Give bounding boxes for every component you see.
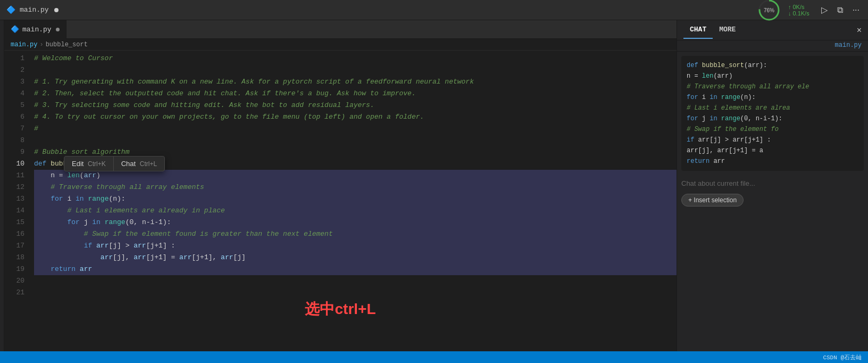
chat-shortcut: Ctrl+L <box>140 160 157 168</box>
edit-label: Edit <box>72 160 84 168</box>
tab-filename[interactable]: main.py <box>20 6 49 14</box>
panel-tab-more[interactable]: MORE <box>713 21 742 39</box>
chat-input-area: Chat about current file... + Insert sele… <box>681 177 864 207</box>
speed-up: ↑ 0K/s <box>788 4 809 10</box>
progress-label: 76% <box>764 7 774 13</box>
preview-line: if arr[j] > arr[j+1] : <box>687 135 858 145</box>
code-line: # 4. To try out cursor on your own proje… <box>34 111 677 123</box>
code-line: return arr <box>34 263 677 275</box>
title-bar-actions: 76% ↑ 0K/s ↓ 0.1K/s ▷ ⧉ ··· <box>757 0 862 22</box>
edit-popup-btn[interactable]: Edit Ctrl+K <box>64 156 113 171</box>
edit-shortcut: Ctrl+K <box>88 160 106 168</box>
breadcrumb-section: bubble_sort <box>46 41 88 48</box>
speed-panel: ↑ 0K/s ↓ 0.1K/s <box>788 4 809 16</box>
preview-line: def bubble_sort(arr): <box>687 60 858 71</box>
code-line: for i in range(n): <box>34 193 677 205</box>
tab-modified-dot <box>54 8 59 12</box>
code-line: arr[j], arr[j+1] = arr[j+1], arr[j] <box>34 252 677 263</box>
code-line <box>34 275 677 287</box>
title-bar: 🔷 main.py 76% ↑ 0K/s ↓ 0.1K/s ▷ ⧉ ··· <box>0 0 868 20</box>
code-line <box>34 287 677 299</box>
panel-tab-chat[interactable]: CHAT <box>683 21 713 39</box>
split-button[interactable]: ⧉ <box>835 4 845 16</box>
tab-modified-indicator <box>56 28 60 31</box>
editor-tab-main[interactable]: 🔷 main.py <box>4 20 66 39</box>
run-button[interactable]: ▷ <box>819 4 830 16</box>
preview-line: # Traverse through all array ele <box>687 81 858 92</box>
chat-placeholder[interactable]: Chat about current file... <box>681 177 864 189</box>
code-line: # 3. Try selecting some code and hitting… <box>34 100 677 111</box>
code-line: # 1. Try generating with command K on a … <box>34 76 677 88</box>
chat-popup-btn[interactable]: Chat Ctrl+L <box>114 156 164 171</box>
inline-popup: Edit Ctrl+K Chat Ctrl+L <box>64 156 165 171</box>
code-view: 123456789101112131415161718192021 # Welc… <box>4 51 677 351</box>
preview-line: # Last i elements are alrea <box>687 103 858 113</box>
close-right-panel-btn[interactable]: × <box>857 26 862 35</box>
chat-label: Chat <box>121 160 136 168</box>
speed-down: ↓ 0.1K/s <box>788 10 809 16</box>
code-preview: def bubble_sort(arr): n = len(arr) # Tra… <box>681 56 864 171</box>
main-content: 🔷 main.py main.py › bubble_sort 12345678… <box>0 20 868 351</box>
breadcrumb: main.py › bubble_sort <box>4 39 677 51</box>
editor-tabs: 🔷 main.py <box>4 20 677 39</box>
tab-file-icon: 🔷 <box>11 25 19 34</box>
more-button[interactable]: ··· <box>850 4 862 16</box>
preview-line: for j in range(0, n-i-1): <box>687 113 858 124</box>
code-line: # Swap if the element found is greater t… <box>34 228 677 240</box>
code-line: # Traverse through all array elements <box>34 182 677 193</box>
progress-circle-container: 76% <box>757 0 781 22</box>
code-line: # Welcome to Cursor <box>34 53 677 64</box>
editor-area: 🔷 main.py main.py › bubble_sort 12345678… <box>4 20 677 351</box>
line-numbers: 123456789101112131415161718192021 <box>4 51 30 351</box>
breadcrumb-file: main.py <box>11 41 37 48</box>
tab-file-name: main.py <box>22 26 52 34</box>
code-content[interactable]: # Welcome to Cursor # 1. Try generating … <box>30 51 677 351</box>
status-text: CSDN @石去屾 <box>823 353 862 361</box>
preview-line: n = len(arr) <box>687 71 858 81</box>
code-line: if arr[j] > arr[j+1] : <box>34 240 677 252</box>
preview-line: return arr <box>687 156 858 167</box>
preview-line: arr[j], arr[j+1] = a <box>687 145 858 156</box>
code-line: for j in range(0, n-i-1): <box>34 217 677 228</box>
code-line <box>34 64 677 76</box>
right-panel: CHAT MORE × main.py def bubble_sort(arr)… <box>677 20 868 351</box>
left-sidebar <box>0 20 4 351</box>
code-line: # <box>34 123 677 135</box>
code-line <box>34 135 677 146</box>
code-line: # Last i elements are already in place <box>34 205 677 217</box>
preview-line: # Swap if the element fo <box>687 124 858 135</box>
right-panel-filename: main.py <box>677 40 868 52</box>
insert-selection-btn[interactable]: + Insert selection <box>681 194 744 207</box>
breadcrumb-sep: › <box>39 41 43 48</box>
preview-line: for i in range(n): <box>687 92 858 103</box>
code-line: n = len(arr) <box>34 170 677 182</box>
tab-icon: 🔷 <box>6 5 15 14</box>
code-line: # 2. Then, select the outputted code and… <box>34 88 677 100</box>
status-bar: CSDN @石去屾 <box>0 351 868 363</box>
right-panel-header: CHAT MORE × <box>677 20 868 40</box>
